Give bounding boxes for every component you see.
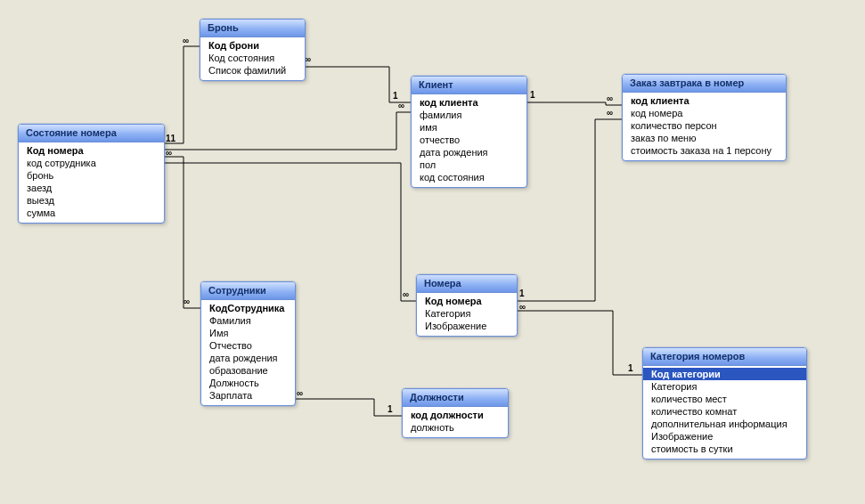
field[interactable]: бронь [19,169,164,182]
entity-title[interactable]: Номера [417,275,517,293]
entity-title[interactable]: Категория номеров [643,348,806,366]
card-label: ∞ [184,297,190,306]
card-label: ∞ [519,302,526,312]
field[interactable]: количество мест [643,393,806,405]
field-pk[interactable]: код клиента [412,96,526,109]
field[interactable]: выезд [19,194,164,207]
entity-title[interactable]: Заказ завтрака в номер [623,75,786,93]
entity-room-category[interactable]: Категория номеров Код категории Категори… [642,347,807,459]
card-label: ∞ [607,108,613,118]
entity-title[interactable]: Клиент [412,77,526,94]
field[interactable]: Категория [643,380,806,393]
field[interactable]: Список фамилий [200,64,305,77]
card-label: ∞ [183,36,189,45]
field-pk[interactable]: Код номера [417,295,517,307]
field[interactable]: фамилия [412,109,526,121]
field[interactable]: количество комнат [643,405,806,418]
field[interactable]: Изображение [417,320,517,332]
field[interactable]: Изображение [643,430,806,443]
entity-room-state[interactable]: Состояние номера Код номера код сотрудни… [18,124,165,224]
entity-title[interactable]: Должности [403,389,508,407]
entity-booking[interactable]: Бронь Код брони Код состояния Список фам… [200,19,306,81]
card-label: ∞ [297,388,303,398]
field[interactable]: количество персон [623,119,786,132]
entity-employees[interactable]: Сотрудники КодСотрудника Фамилия Имя Отч… [200,281,296,406]
er-diagram-canvas[interactable]: 11 ∞ ∞ ∞ ∞ ∞ ∞ 1 1 ∞ 1 ∞ ∞ 1 ∞ 1 Состоян… [0,0,865,504]
field-pk[interactable]: Код категории [643,368,806,380]
field[interactable]: имя [412,121,526,134]
field-list: Код категории Категория количество мест … [643,366,806,459]
card-label: 1 [388,404,393,414]
field[interactable]: Категория [417,307,517,320]
field[interactable]: образование [201,364,295,377]
field-list: код должности должноть [403,407,508,437]
card-label: 1 [393,91,398,101]
field-pk[interactable]: Код номера [19,144,164,157]
entity-rooms[interactable]: Номера Код номера Категория Изображение [416,274,518,337]
card-label: ∞ [398,101,404,110]
entity-title[interactable]: Бронь [200,20,305,37]
field-list: Код номера Категория Изображение [417,293,517,336]
field[interactable]: заказ по меню [623,132,786,144]
field[interactable]: дополнительная информация [643,418,806,430]
field[interactable]: пол [412,159,526,171]
field[interactable]: дата рождения [201,352,295,364]
field[interactable]: отчество [412,134,526,146]
field-list: код клиента фамилия имя отчество дата ро… [412,94,526,187]
entity-client[interactable]: Клиент код клиента фамилия имя отчество … [411,76,527,188]
card-label: ∞ [607,93,613,103]
field[interactable]: заезд [19,182,164,194]
entity-title[interactable]: Сотрудники [201,282,295,300]
field-list: Код номера код сотрудника бронь заезд вы… [19,142,164,223]
card-label: 11 [166,134,175,143]
field-list: Код брони Код состояния Список фамилий [200,37,305,80]
field[interactable]: сумма [19,207,164,219]
field[interactable]: код номера [623,107,786,119]
field[interactable]: стоимость заказа на 1 персону [623,144,786,157]
field-pk[interactable]: КодСотрудника [201,302,295,314]
card-label: 1 [530,90,535,100]
field[interactable]: Код состояния [200,52,305,64]
field-list: код клиента код номера количество персон… [623,93,786,160]
card-label: 1 [628,363,633,373]
field[interactable]: код сотрудника [19,157,164,169]
entity-breakfast-order[interactable]: Заказ завтрака в номер код клиента код н… [622,74,787,161]
field[interactable]: дата рождения [412,146,526,159]
entity-title[interactable]: Состояние номера [19,125,164,142]
field[interactable]: Фамилия [201,314,295,327]
entity-positions[interactable]: Должности код должности должноть [402,388,509,438]
card-label: ∞ [305,54,311,64]
field[interactable]: стоимость в сутки [643,443,806,455]
card-label: 1 [519,289,525,298]
field-pk[interactable]: код должности [403,409,508,421]
field-list: КодСотрудника Фамилия Имя Отчество дата … [201,300,295,405]
field[interactable]: должноть [403,421,508,434]
field[interactable]: Имя [201,327,295,339]
field[interactable]: Зарплата [201,389,295,402]
field[interactable]: Отчество [201,339,295,352]
field[interactable]: Должность [201,377,295,389]
field[interactable]: код состояния [412,171,526,183]
field-pk[interactable]: код клиента [623,94,786,107]
field-pk[interactable]: Код брони [200,39,305,52]
card-label: ∞ [166,148,172,158]
card-label: ∞ [403,289,409,299]
